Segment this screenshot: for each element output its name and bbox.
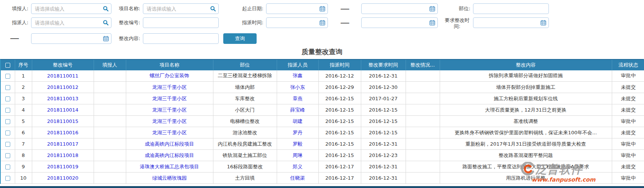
reporter-cell-container (94, 116, 126, 127)
assignee-link[interactable]: 郑义 (293, 164, 302, 169)
assignee-link[interactable]: 罗丹 (293, 130, 302, 135)
project-name-link[interactable]: 成渝高铁内江标段项目 (145, 141, 194, 147)
assignee-link-container: 任晓渠 (277, 172, 318, 184)
search-icon[interactable] (103, 6, 109, 12)
row-checkbox[interactable] (5, 74, 10, 79)
assignee-link[interactable]: 胡建 (293, 118, 302, 124)
table-row: 12018110011螺丝厂办公室装饰二至三楼混凝土楼梯拆除张鑫2016-12-… (1, 70, 644, 82)
assignee-link[interactable]: 罗毅 (293, 141, 302, 147)
required-time-end-input[interactable] (31, 33, 111, 44)
rectification-code-link[interactable]: 2018110019 (47, 164, 78, 169)
table-row: 72018110017成渝高铁内江标段项目内江机务段房建施工整改罗毅2016-1… (1, 138, 644, 150)
range-separator: —— (0, 33, 31, 44)
rectification-code-link[interactable]: 2018110020 (47, 175, 78, 181)
rectification-content-input[interactable] (143, 33, 219, 44)
situation-cell-container (406, 172, 440, 184)
calendar-icon[interactable] (320, 6, 325, 12)
reporter-cell-container (94, 161, 126, 172)
row-checkbox[interactable] (5, 176, 10, 181)
project-name-link[interactable]: 龙湖三千里小区 (152, 107, 187, 113)
calendar-icon[interactable] (429, 6, 435, 12)
required-time-start-field (473, 17, 549, 28)
status-cell-container: 审批中 (612, 70, 644, 82)
project-name-link[interactable]: 成渝高铁内江标段项目 (145, 152, 194, 158)
rectification-code-link[interactable]: 2018110015 (47, 118, 78, 124)
assigner-field (31, 17, 111, 28)
row-checkbox[interactable] (5, 142, 10, 147)
range-separator: —— (328, 3, 361, 14)
content-cell-container: 施工方粉刷后重新规划车位线 (440, 93, 612, 104)
row-checkbox[interactable] (5, 165, 10, 169)
calendar-icon[interactable] (320, 20, 325, 26)
assign-time-start-input[interactable] (266, 17, 328, 28)
assignee-link[interactable]: 周琳 (293, 152, 302, 158)
rectification-code-link-container: 2018110020 (32, 172, 94, 184)
assignee-link-container: 张小东 (277, 82, 318, 93)
assigner-input[interactable] (31, 17, 111, 28)
project-name-input[interactable] (143, 3, 219, 14)
row-select-cell (1, 172, 15, 184)
rectification-code-link-container: 2018110014 (32, 104, 94, 116)
project-name-link[interactable]: 龙湖三千里小区 (152, 118, 187, 124)
page-title: 质量整改查询 (0, 47, 644, 56)
location-cell-container: 16标段路面整改 (213, 161, 277, 172)
query-button[interactable]: 查询 (223, 33, 257, 44)
rectification-no-input[interactable] (143, 17, 219, 28)
assignee-link[interactable]: 章燕 (293, 96, 302, 101)
rectification-code-link[interactable]: 2018110016 (47, 130, 78, 135)
row-checkbox[interactable] (5, 153, 10, 158)
row-checkbox[interactable] (5, 119, 10, 124)
assign-time-end-input[interactable] (361, 17, 438, 28)
calendar-icon[interactable] (103, 36, 109, 41)
end-date-input[interactable] (361, 3, 438, 14)
row-select-cell (1, 150, 15, 161)
project-name-link[interactable]: 龙湖三千里小区 (152, 130, 187, 135)
location-input[interactable] (473, 3, 549, 14)
results-table-container: 序号整改编号填报人项目名称部位指派人员指派时间整改要求时间整改情况...整改内容… (0, 59, 644, 184)
row-select-cell (1, 82, 15, 93)
search-icon[interactable] (103, 20, 109, 26)
rectification-code-link[interactable]: 2018110011 (47, 73, 78, 79)
rectification-code-link[interactable]: 2018110017 (47, 141, 78, 147)
search-icon[interactable] (210, 6, 216, 12)
assignee-link[interactable]: 张鑫 (293, 73, 302, 78)
project-name-link[interactable]: 港珠澳大桥施工总承包项目 (140, 164, 199, 169)
required-time-start-input[interactable] (473, 17, 549, 28)
project-name-link[interactable]: 龙湖三千里小区 (152, 96, 187, 101)
column-header-7: 指派时间 (318, 60, 361, 70)
rectification-code-link[interactable]: 2018110014 (47, 107, 78, 113)
rectification-code-link[interactable]: 2018110013 (47, 96, 78, 101)
assignee-link[interactable]: 任晓渠 (290, 175, 305, 181)
table-row: 32018110013龙湖三千里小区车库整改章燕2016-12-152017-0… (1, 93, 644, 104)
rectification-code-link-container: 2018110012 (32, 82, 94, 93)
row-select-cell (1, 138, 15, 150)
row-checkbox[interactable] (5, 108, 10, 113)
rectification-code-link-container: 2018110019 (32, 161, 94, 172)
calendar-icon[interactable] (541, 20, 546, 26)
date-range-label: 起止日期: (219, 3, 266, 14)
row-select-cell (1, 116, 15, 127)
table-row: 22018110012龙湖三千里小区墙体内部张小东2016-12-292016-… (1, 82, 644, 93)
status-cell-container: 审批中 (612, 138, 644, 150)
column-header-9: 整改情况... (406, 60, 440, 70)
project-name-link[interactable]: 龙湖三千里小区 (152, 84, 187, 90)
situation-cell-container (406, 138, 440, 150)
assignee-link[interactable]: 薛宝峰 (290, 107, 305, 113)
content-cell-container: 大理石质量更换，12月31日之前更换 (440, 104, 612, 116)
select-all-checkbox[interactable] (5, 63, 10, 68)
rectification-code-link-container: 2018110013 (32, 93, 94, 104)
calendar-icon[interactable] (429, 20, 435, 26)
project-name-link[interactable]: 螺丝厂办公室装饰 (150, 73, 189, 78)
row-checkbox[interactable] (5, 96, 10, 101)
rectification-code-link[interactable]: 2018110018 (47, 152, 78, 158)
start-date-input[interactable] (266, 3, 328, 14)
project-name-link[interactable]: 绿城云栖玫瑰园 (152, 175, 187, 181)
row-checkbox[interactable] (5, 85, 10, 90)
rectification-code-link-container: 2018110015 (32, 116, 94, 127)
assignee-link[interactable]: 张小东 (290, 84, 305, 90)
row-checkbox[interactable] (5, 131, 10, 135)
reporter-input[interactable] (31, 3, 111, 14)
row-number-cell-container: 5 (15, 116, 32, 127)
rectification-code-link[interactable]: 2018110012 (47, 84, 78, 90)
rectification-no-label: 整改编号: (111, 17, 143, 28)
